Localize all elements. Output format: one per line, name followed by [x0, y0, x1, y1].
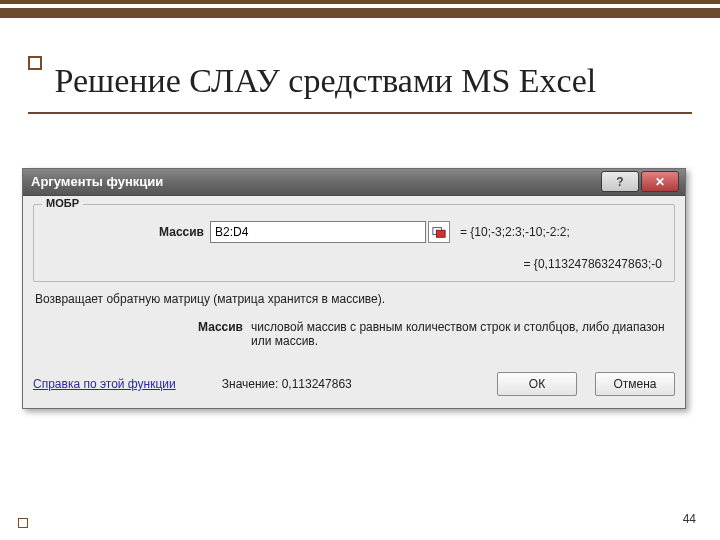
- value-text: 0,113247863: [282, 377, 352, 391]
- help-icon: ?: [616, 175, 623, 189]
- function-name-legend: МОБР: [42, 197, 83, 209]
- ok-button[interactable]: ОК: [497, 372, 577, 396]
- help-button[interactable]: ?: [601, 171, 639, 192]
- dialog-titlebar[interactable]: Аргументы функции ? ✕: [23, 169, 685, 196]
- argument-fieldset: МОБР Массив = {10;-3;2:3;-10;-2:2; = {0,…: [33, 204, 675, 282]
- argument-row: Массив = {10;-3;2:3;-10;-2:2;: [44, 221, 664, 243]
- range-picker-icon: [432, 225, 446, 239]
- argument-help-text: числовой массив с равным количеством стр…: [251, 320, 675, 348]
- dialog-bottom-row: Справка по этой функции Значение: 0,1132…: [33, 372, 675, 396]
- decor-mini-square-icon: [18, 518, 28, 528]
- decor-bar-thick: [0, 8, 720, 18]
- slide-title-area: Решение СЛАУ средствами MS Excel: [28, 62, 692, 100]
- dialog-title: Аргументы функции: [31, 174, 163, 189]
- close-button[interactable]: ✕: [641, 171, 679, 192]
- svg-rect-1: [436, 230, 445, 237]
- argument-label: Массив: [44, 225, 210, 239]
- slide-title: Решение СЛАУ средствами MS Excel: [54, 62, 596, 99]
- slide-stage: Решение СЛАУ средствами MS Excel Аргумен…: [0, 0, 720, 540]
- cancel-button[interactable]: Отмена: [595, 372, 675, 396]
- bullet-square-icon: [28, 56, 42, 70]
- dialog-body: МОБР Массив = {10;-3;2:3;-10;-2:2; = {0,…: [23, 196, 685, 408]
- function-help-link[interactable]: Справка по этой функции: [33, 377, 176, 391]
- argument-preview: = {10;-3;2:3;-10;-2:2;: [460, 225, 570, 239]
- range-picker-button[interactable]: [428, 221, 450, 243]
- title-underline: [28, 112, 692, 114]
- result-preview: = {0,113247863247863;-0: [44, 257, 664, 271]
- value-wrap: Значение: 0,113247863: [222, 377, 352, 391]
- close-icon: ✕: [655, 175, 665, 189]
- argument-help-row: Массив числовой массив с равным количест…: [33, 320, 675, 348]
- slide-top-decor: [0, 0, 720, 18]
- page-number: 44: [683, 512, 696, 526]
- argument-help-label: Массив: [33, 320, 251, 348]
- value-label: Значение:: [222, 377, 279, 391]
- function-description: Возвращает обратную матрицу (матрица хра…: [35, 292, 673, 306]
- decor-bar: [0, 0, 720, 4]
- argument-input[interactable]: [210, 221, 426, 243]
- function-arguments-dialog: Аргументы функции ? ✕ МОБР Массив = {10;…: [22, 168, 686, 409]
